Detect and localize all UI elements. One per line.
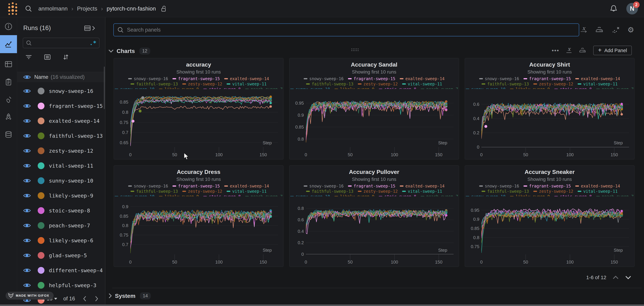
regex-toggle[interactable]: .*: [90, 40, 96, 46]
settings-gear-icon[interactable]: ⚙: [628, 26, 634, 34]
legend-item[interactable]: zesty-sweep-12: [358, 82, 398, 86]
legend-item[interactable]: fragrant-sweep-15: [348, 184, 395, 188]
notifications-bell-icon[interactable]: [610, 5, 618, 13]
legend-item[interactable]: likely-sweep-9: [334, 194, 374, 196]
run-row[interactable]: exalted-sweep-14: [17, 113, 105, 128]
section-drag-handle[interactable]: [351, 48, 359, 51]
visibility-eye-icon[interactable]: [23, 238, 31, 243]
visibility-eye-icon[interactable]: [23, 253, 31, 258]
legend-item[interactable]: fragrant-sweep-15: [524, 76, 571, 81]
sidebar-scrollbar[interactable]: [104, 67, 105, 109]
run-name[interactable]: different-sweep-4: [49, 267, 103, 273]
legend-item[interactable]: snowy-sweep-16: [479, 184, 519, 188]
breadcrumb-user[interactable]: anmolmann: [38, 6, 68, 12]
chart-plot[interactable]: 00.20.40.60.8050100150Step: [290, 197, 459, 266]
collapse-charts-icon[interactable]: [108, 49, 114, 53]
x-axis-settings-icon[interactable]: x: [580, 26, 587, 34]
run-row[interactable]: peach-sweep-7: [17, 218, 105, 233]
breadcrumb-projects[interactable]: Projects: [77, 6, 97, 12]
chart-panel[interactable]: Accuracy SandalShowing first 10 runssnow…: [289, 58, 459, 159]
run-row[interactable]: stoic-sweep-8: [17, 203, 105, 218]
chart-plot[interactable]: 0.750.80.850.90.95050100150Step: [465, 197, 634, 266]
horizontal-scrollbar[interactable]: [0, 304, 644, 306]
legend-item[interactable]: snowy-sweep-16: [128, 184, 168, 188]
chart-plot[interactable]: 0.70.750.80.850.9050100150Step: [114, 197, 284, 266]
chart-plot[interactable]: 0.80.850.90.95050100150Step: [290, 90, 459, 158]
run-row[interactable]: likely-sweep-6: [17, 233, 105, 248]
run-name[interactable]: glad-sweep-5: [49, 252, 87, 258]
legend-item[interactable]: snowy-sweep-16: [479, 76, 519, 81]
section-smoothing-iron-icon[interactable]: [579, 47, 586, 54]
legend-item[interactable]: faithful-sweep-13: [130, 82, 178, 86]
legend-item[interactable]: vital-sweep-11: [402, 189, 442, 194]
legend-item[interactable]: peach-sweep-7: [245, 194, 282, 196]
run-name[interactable]: faithful-sweep-13: [49, 133, 103, 139]
legend-item[interactable]: stoic-sweep-8: [554, 87, 592, 89]
legend-item[interactable]: exalted-sweep-14: [400, 76, 444, 81]
nav-runs-table-icon[interactable]: [0, 56, 17, 72]
run-name[interactable]: sunny-sweep-10: [49, 178, 93, 184]
run-name[interactable]: fragrant-sweep-15: [49, 103, 103, 109]
legend-item[interactable]: vital-sweep-11: [578, 82, 618, 86]
prev-page-icon[interactable]: [82, 296, 87, 302]
visibility-eye-icon[interactable]: [23, 268, 31, 273]
legend-item[interactable]: zesty-sweep-12: [533, 189, 573, 194]
nav-workspace-icon[interactable]: [0, 35, 17, 53]
legend-item[interactable]: vital-sweep-11: [226, 82, 266, 86]
visibility-eye-icon[interactable]: [23, 118, 31, 124]
legend-item[interactable]: likely-sweep-9: [334, 87, 374, 89]
legend-item[interactable]: vital-sweep-11: [402, 82, 442, 86]
expand-runs-table-button[interactable]: [84, 25, 95, 32]
legend-item[interactable]: sunny-sweep-10: [290, 87, 330, 89]
chart-panel[interactable]: Accuracy ShirtShowing first 10 runssnowy…: [465, 58, 634, 159]
legend-item[interactable]: faithful-sweep-13: [482, 189, 529, 194]
run-name[interactable]: peach-sweep-7: [49, 222, 90, 229]
legend-item[interactable]: stoic-sweep-8: [203, 194, 241, 196]
run-name[interactable]: helpful-sweep-3: [49, 282, 96, 288]
legend-item[interactable]: exalted-sweep-14: [400, 184, 444, 188]
visibility-eye-icon[interactable]: [23, 148, 31, 154]
next-page-icon[interactable]: [94, 296, 99, 302]
add-panel-button[interactable]: + Add Panel: [593, 46, 632, 55]
avatar[interactable]: N 2: [626, 3, 638, 15]
visibility-eye-icon[interactable]: [23, 88, 31, 94]
legend-item[interactable]: vital-sweep-11: [578, 189, 618, 194]
legend-item[interactable]: faithful-sweep-13: [306, 82, 354, 86]
legend-item[interactable]: exalted-sweep-14: [224, 76, 269, 81]
run-name[interactable]: snowy-sweep-16: [49, 88, 93, 94]
chart-panel[interactable]: accuracyShowing first 10 runssnowy-sweep…: [114, 58, 284, 159]
visibility-eye-icon[interactable]: [23, 163, 31, 168]
breadcrumb-project[interactable]: pytorch-cnn-fashion: [106, 6, 156, 12]
legend-item[interactable]: peach-sweep-7: [420, 87, 458, 89]
runs-search-input[interactable]: [34, 40, 90, 46]
run-row[interactable]: glad-sweep-5: [17, 248, 105, 263]
visibility-all-eye-icon[interactable]: [23, 74, 31, 80]
legend-item[interactable]: peach-sweep-7: [420, 194, 458, 196]
run-name[interactable]: vital-sweep-11: [49, 163, 93, 169]
legend-item[interactable]: snowy-sweep-16: [128, 76, 168, 81]
legend-item[interactable]: sunny-sweep-10: [114, 194, 154, 196]
legend-item[interactable]: likely-sweep-9: [159, 194, 199, 196]
legend-item[interactable]: zesty-sweep-12: [182, 82, 222, 86]
visibility-eye-icon[interactable]: [23, 193, 31, 198]
nav-info-icon[interactable]: [0, 19, 17, 34]
smoothing-iron-icon[interactable]: [595, 27, 604, 33]
legend-item[interactable]: likely-sweep-9: [510, 194, 550, 196]
legend-item[interactable]: peach-sweep-7: [245, 87, 282, 89]
legend-item[interactable]: exalted-sweep-14: [224, 184, 269, 188]
legend-item[interactable]: faithful-sweep-13: [306, 189, 354, 194]
legend-item[interactable]: peach-sweep-7: [596, 87, 634, 89]
legend-item[interactable]: zesty-sweep-12: [358, 189, 398, 194]
run-name[interactable]: likely-sweep-6: [49, 237, 93, 243]
run-name[interactable]: stoic-sweep-8: [49, 207, 90, 214]
legend-item[interactable]: snowy-sweep-16: [304, 76, 344, 81]
exclude-outliers-icon[interactable]: [612, 26, 620, 34]
nav-sweeps-icon[interactable]: [0, 92, 17, 107]
nav-launch-icon[interactable]: [0, 109, 17, 125]
run-row[interactable]: helpful-sweep-3: [17, 278, 105, 293]
run-name[interactable]: likely-sweep-9: [49, 193, 93, 199]
run-row[interactable]: likely-sweep-9: [17, 188, 105, 203]
legend-item[interactable]: sunny-sweep-10: [466, 87, 506, 89]
visibility-eye-icon[interactable]: [23, 282, 31, 288]
expand-system-icon[interactable]: [108, 293, 112, 299]
